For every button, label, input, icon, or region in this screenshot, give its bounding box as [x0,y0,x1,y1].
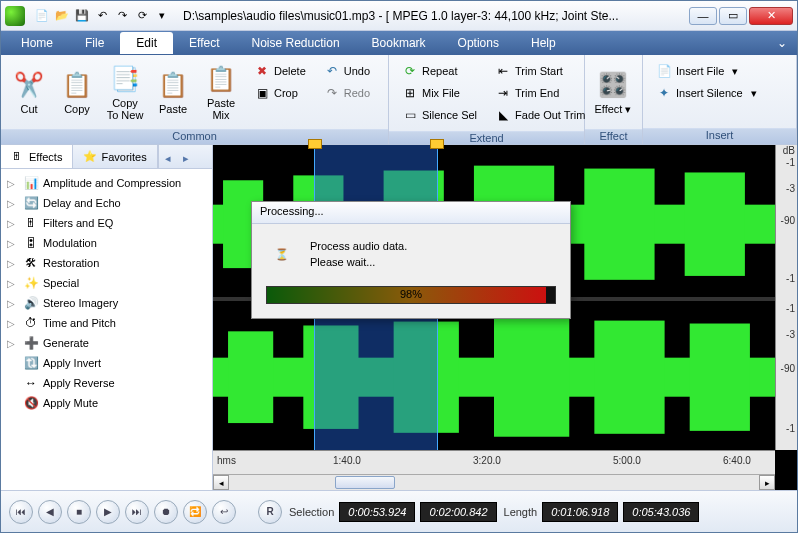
ribbon-group-effect: Effect [585,129,642,144]
paste-mix-button[interactable]: 📋Paste Mix [197,59,245,125]
dialog-line1: Process audio data. [310,238,407,255]
reverse-icon: ↔ [23,375,39,391]
transport-record-button[interactable]: ⏺ [154,500,178,524]
delete-button[interactable]: ✖Delete [249,61,311,81]
silence-sel-button[interactable]: ▭Silence Sel [397,105,482,125]
timeline[interactable]: hms 1:40.0 3:20.0 5:00.0 6:40.0 [213,450,775,474]
chevron-down-icon: ▾ [751,87,757,100]
maximize-button[interactable]: ▭ [719,7,747,25]
minimize-button[interactable]: — [689,7,717,25]
transport-rewind-button[interactable]: ◀ [38,500,62,524]
tree-item[interactable]: ▷🛠Restoration [3,253,210,273]
transport-start-button[interactable]: ⏮ [9,500,33,524]
invert-icon: 🔃 [23,355,39,371]
tree-item[interactable]: ▷🔄Delay and Echo [3,193,210,213]
transport-return-button[interactable]: ↩ [212,500,236,524]
waveform-right-channel[interactable] [213,304,775,450]
transport-r-button[interactable]: R [258,500,282,524]
effect-button[interactable]: 🎛️Effect ▾ [589,59,637,125]
db-scale: dB -1 -3 -90 -1 -1 -3 -90 -1 [775,145,797,450]
menu-options[interactable]: Options [442,32,515,54]
insert-silence-button[interactable]: ✦Insert Silence▾ [651,83,762,103]
mix-file-button[interactable]: ⊞Mix File [397,83,482,103]
menu-edit[interactable]: Edit [120,32,173,54]
ribbon-group-extend: Extend [389,131,584,144]
sidebar-nav-left[interactable]: ◂ [159,148,177,168]
sidebar-tab-effects[interactable]: 🎚Effects [1,145,73,168]
transport-play-button[interactable]: ▶ [96,500,120,524]
tree-item[interactable]: ↔Apply Reverse [3,373,210,393]
sidebar-nav-right[interactable]: ▸ [177,148,195,168]
qa-new-icon[interactable]: 📄 [33,7,51,25]
expand-icon[interactable]: ▷ [7,338,19,349]
mix-icon: ⊞ [402,85,418,101]
expand-icon[interactable]: ▷ [7,258,19,269]
menu-help[interactable]: Help [515,32,572,54]
expand-icon[interactable]: ▷ [7,298,19,309]
qa-save-icon[interactable]: 💾 [73,7,91,25]
dialog-line2: Please wait... [310,254,407,271]
repeat-button[interactable]: ⟳Repeat [397,61,482,81]
tree-item[interactable]: ▷➕Generate [3,333,210,353]
expand-icon[interactable]: ▷ [7,318,19,329]
horizontal-scrollbar[interactable]: ◂ ▸ [213,474,775,490]
transport-stop-button[interactable]: ■ [67,500,91,524]
effects-tree: ▷📊Amplitude and Compression ▷🔄Delay and … [1,169,212,490]
tree-item[interactable]: 🔇Apply Mute [3,393,210,413]
selection-handle-right[interactable] [430,139,444,149]
selection-handle-left[interactable] [308,139,322,149]
transport-loop-button[interactable]: 🔁 [183,500,207,524]
tree-item[interactable]: ▷✨Special [3,273,210,293]
tree-item[interactable]: ▷🔊Stereo Imagery [3,293,210,313]
fade-out-trim-button[interactable]: ◣Fade Out Trim [490,105,590,125]
crop-icon: ▣ [254,85,270,101]
tree-item[interactable]: ▷📊Amplitude and Compression [3,173,210,193]
cut-button[interactable]: ✂️Cut [5,59,53,125]
trim-end-button[interactable]: ⇥Trim End [490,83,590,103]
qa-open-icon[interactable]: 📂 [53,7,71,25]
menu-file[interactable]: File [69,32,120,54]
menu-collapse-icon[interactable]: ⌄ [771,32,793,54]
fade-icon: ◣ [495,107,511,123]
scroll-thumb[interactable] [335,476,395,489]
copy-new-icon: 📑 [109,63,141,95]
expand-icon[interactable]: ▷ [7,198,19,209]
transport-end-button[interactable]: ⏭ [125,500,149,524]
expand-icon[interactable]: ▷ [7,238,19,249]
ribbon-group-common: Common [1,129,388,144]
expand-icon[interactable]: ▷ [7,218,19,229]
qa-dropdown-icon[interactable]: ▾ [153,7,171,25]
menu-home[interactable]: Home [5,32,69,54]
menu-effect[interactable]: Effect [173,32,235,54]
menu-bookmark[interactable]: Bookmark [356,32,442,54]
effect-icon: 🎛️ [597,69,629,101]
expand-icon[interactable]: ▷ [7,178,19,189]
crop-button[interactable]: ▣Crop [249,83,311,103]
qa-redo-icon[interactable]: ↷ [113,7,131,25]
progress-bar: 98% [266,286,556,304]
tree-item[interactable]: 🔃Apply Invert [3,353,210,373]
qa-refresh-icon[interactable]: ⟳ [133,7,151,25]
tree-item[interactable]: ▷🎚Filters and EQ [3,213,210,233]
progress-value: 98% [267,288,555,300]
trim-end-icon: ⇥ [495,85,511,101]
transport-bar: ⏮ ◀ ■ ▶ ⏭ ⏺ 🔁 ↩ R Selection 0:00:53.924 … [1,490,797,532]
trim-start-button[interactable]: ⇤Trim Start [490,61,590,81]
qa-undo-icon[interactable]: ↶ [93,7,111,25]
insert-file-button[interactable]: 📄Insert File▾ [651,61,762,81]
paste-button[interactable]: 📋Paste [149,59,197,125]
scroll-right-button[interactable]: ▸ [759,475,775,490]
redo-button[interactable]: ↷Redo [319,83,375,103]
undo-button[interactable]: ↶Undo [319,61,375,81]
copy-button[interactable]: 📋Copy [53,59,101,125]
sidebar-tab-favorites[interactable]: ⭐Favorites [73,145,157,168]
tree-item[interactable]: ▷⏱Time and Pitch [3,313,210,333]
effects-tab-icon: 🎚 [11,150,25,164]
close-button[interactable]: ✕ [749,7,793,25]
svg-rect-15 [690,323,750,430]
menu-noise-reduction[interactable]: Noise Reduction [236,32,356,54]
expand-icon[interactable]: ▷ [7,278,19,289]
scroll-left-button[interactable]: ◂ [213,475,229,490]
copy-to-new-button[interactable]: 📑Copy To New [101,59,149,125]
tree-item[interactable]: ▷🎛Modulation [3,233,210,253]
